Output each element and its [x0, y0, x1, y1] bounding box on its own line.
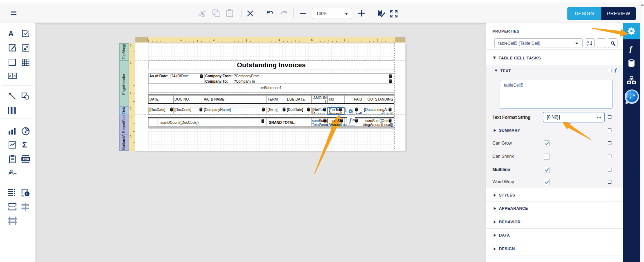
svg-text:Z: Z: [587, 43, 588, 47]
svg-text:b: b: [14, 74, 16, 78]
svg-text:i: i: [27, 192, 28, 196]
svg-text:a: a: [9, 74, 11, 78]
svg-text:PDF: PDF: [23, 157, 29, 161]
